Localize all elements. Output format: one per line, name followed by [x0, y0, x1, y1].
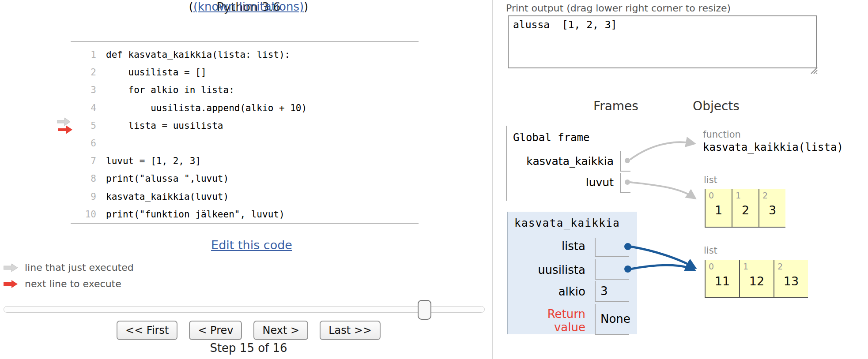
alkio-value: 3	[596, 281, 629, 301]
cell-value: 1	[706, 203, 732, 217]
global-slot-kasvata-kaikkia	[620, 151, 630, 172]
cell-index: 2	[777, 262, 783, 271]
code-text: lista = uusilista	[106, 120, 223, 131]
code-listing: 1def kasvata_kaikkia(lista: list): 2 uus…	[71, 46, 307, 223]
global-frame-title: Global frame	[513, 131, 589, 144]
list1-type-label: list	[704, 175, 717, 185]
list1-object: 0 1 1 2 2 3	[705, 189, 785, 228]
frame-slot-uusilista	[595, 259, 629, 280]
code-text: for alkio in lista:	[106, 85, 234, 95]
list2-cell-1: 1 12	[739, 260, 774, 297]
cell-value: 3	[759, 203, 785, 217]
pointer-uusilista-to-list2	[630, 265, 693, 269]
pointer-lista-to-list2	[630, 247, 694, 267]
cell-value: 13	[774, 274, 808, 288]
list2-cell-2: 2 13	[774, 260, 808, 297]
return-value: None	[596, 304, 629, 334]
code-text: uusilista.append(alkio + 10)	[106, 103, 307, 113]
line-number: 8	[71, 173, 106, 184]
code-line-10: 10print("funktion jälkeen", luvut)	[71, 206, 307, 223]
panel-divider	[492, 0, 493, 359]
list1-cell-1: 1 2	[732, 189, 759, 227]
cell-value: 2	[732, 203, 759, 217]
frame-var-uusilista: uusilista	[508, 263, 585, 277]
code-line-7: 7luvut = [1, 2, 3]	[71, 152, 307, 170]
legend-next-line: next line to execute	[4, 278, 121, 289]
code-line-6: 6	[71, 135, 307, 152]
line-number: 3	[71, 85, 106, 95]
line-number: 5	[71, 120, 106, 131]
known-limitations-line: ((known limitations))	[0, 0, 497, 13]
code-line-1: 1def kasvata_kaikkia(lista: list):	[71, 46, 307, 64]
cell-index: 2	[762, 191, 768, 200]
frame-var-lista: lista	[508, 239, 585, 253]
print-output-label: Print output (drag lower right corner to…	[506, 3, 731, 14]
frame-var-alkio: alkio	[508, 285, 585, 298]
code-text: def kasvata_kaikkia(lista: list):	[106, 49, 290, 60]
code-text: kasvata_kaikkia(luvut)	[106, 191, 229, 202]
frame-slot-return: None	[595, 304, 629, 335]
line-number: 6	[71, 138, 106, 149]
list2-object: 0 11 1 12 2 13	[705, 260, 808, 298]
cell-value: 12	[740, 274, 774, 288]
pointer-luvut-to-list1	[630, 182, 694, 198]
code-text: print("alussa ",luvut)	[106, 173, 229, 184]
global-slot-luvut	[620, 173, 630, 193]
edit-code-line: Edit this code	[0, 238, 503, 252]
step-counter: Step 15 of 16	[0, 341, 497, 355]
last-button[interactable]: Last >>	[320, 321, 381, 340]
code-line-5: 5 lista = uusilista	[71, 117, 307, 135]
resize-handle-icon[interactable]	[810, 66, 819, 75]
function-signature: kasvata_kaikkia(lista)	[703, 141, 843, 153]
code-bottom-rule	[71, 223, 419, 224]
code-text: print("funktion jälkeen", luvut)	[106, 209, 285, 220]
cell-index: 1	[736, 191, 741, 200]
step-nav-buttons: << First < Prev Next > Last >>	[0, 321, 497, 340]
function-stack-frame: kasvata_kaikkia lista uusilista alkio 3 …	[507, 212, 637, 334]
legend-next-line-label: next line to execute	[25, 278, 121, 289]
line-number: 7	[71, 156, 106, 166]
list2-cell-0: 0 11	[705, 260, 739, 297]
line-number: 9	[71, 191, 106, 202]
prev-button[interactable]: < Prev	[189, 321, 242, 340]
known-limitations-link[interactable]: (known limitations)	[193, 0, 304, 13]
line-number: 4	[71, 103, 106, 113]
code-text: uusilista = []	[106, 67, 207, 78]
legend-gray-arrow-icon	[4, 263, 20, 272]
global-var-kasvata-kaikkia: kasvata_kaikkia	[503, 155, 614, 168]
legend-red-arrow-icon	[4, 280, 20, 288]
next-line-arrow-icon	[58, 125, 75, 135]
line-number: 10	[71, 209, 106, 220]
global-var-luvut: luvut	[503, 176, 614, 189]
code-line-4: 4 uusilista.append(alkio + 10)	[71, 99, 307, 117]
frames-header: Frames	[567, 99, 664, 113]
cell-index: 1	[743, 262, 748, 271]
cell-index: 0	[709, 262, 714, 271]
legend-just-executed-label: line that just executed	[25, 262, 134, 273]
code-top-rule	[71, 41, 419, 42]
stack-frame-title: kasvata_kaikkia	[514, 217, 620, 229]
cell-value: 11	[706, 274, 739, 288]
code-line-8: 8print("alussa ",luvut)	[71, 170, 307, 187]
code-line-3: 3 for alkio in lista:	[71, 81, 307, 99]
legend-just-executed: line that just executed	[4, 262, 134, 273]
edit-this-code-link[interactable]: Edit this code	[211, 238, 292, 252]
list1-cell-0: 0 1	[705, 189, 732, 227]
step-slider-track[interactable]	[4, 306, 485, 313]
next-button[interactable]: Next >	[253, 321, 308, 340]
code-text: luvut = [1, 2, 3]	[106, 156, 201, 166]
cell-index: 0	[709, 191, 714, 200]
frame-slot-alkio: 3	[595, 281, 629, 302]
first-button[interactable]: << First	[117, 321, 177, 340]
step-slider-handle[interactable]	[418, 300, 431, 320]
line-number: 1	[71, 49, 106, 60]
list2-type-label: list	[704, 245, 717, 256]
frame-slot-lista	[595, 238, 629, 257]
return-value-label: Return value	[543, 307, 585, 334]
print-output-textarea[interactable]: alussa [1, 2, 3]	[508, 15, 817, 68]
objects-header: Objects	[668, 99, 765, 113]
code-line-2: 2 uusilista = []	[71, 64, 307, 81]
line-number: 2	[71, 67, 106, 78]
code-line-9: 9kasvata_kaikkia(luvut)	[71, 188, 307, 206]
function-type-label: function	[703, 129, 741, 140]
